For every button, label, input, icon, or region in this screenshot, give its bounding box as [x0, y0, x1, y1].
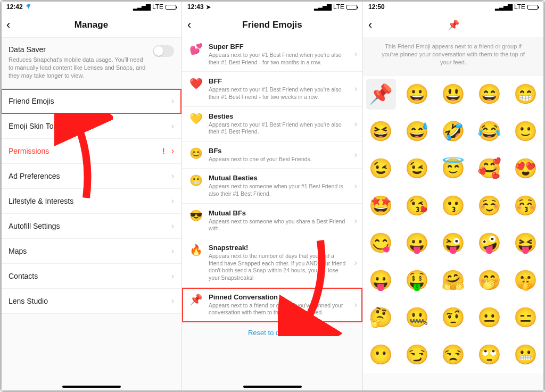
row-contacts[interactable]: Contacts ›: [1, 264, 181, 289]
emoji-option[interactable]: 😜: [435, 224, 472, 262]
fe-desc: Appears next to someone who you share a …: [209, 218, 349, 232]
data-saver-title: Data Saver: [9, 45, 174, 54]
emoji-option[interactable]: 🙄: [471, 336, 507, 373]
back-button[interactable]: ‹: [368, 19, 372, 31]
row-besties[interactable]: 💛 Besties Appears next to your #1 Best F…: [182, 107, 362, 141]
battery-icon: [527, 5, 538, 10]
emoji-option[interactable]: 🙂: [507, 113, 543, 150]
emoji-option[interactable]: 😇: [435, 150, 472, 187]
fe-title: Pinned Conversation: [209, 293, 349, 301]
emoji-option[interactable]: 🤑: [399, 262, 435, 299]
emoji-option[interactable]: 😉: [399, 150, 435, 187]
emoji-option[interactable]: 🤨: [435, 299, 472, 336]
screen-friend-emojis: 12:43 ➤ ▂▃▅▇ LTE ‹ Friend Emojis 💕 Super…: [182, 1, 363, 391]
status-time: 12:43: [187, 3, 204, 11]
emoji-option[interactable]: 😘: [399, 187, 435, 224]
nav-bar: ‹ 📌: [363, 13, 543, 37]
sunglasses-icon: 😎: [188, 210, 203, 221]
emoji-option[interactable]: 🤗: [435, 262, 472, 299]
emoji-option[interactable]: 😏: [399, 336, 435, 373]
emoji-option[interactable]: ☺️: [471, 187, 507, 224]
emoji-option[interactable]: 🤭: [471, 262, 507, 299]
emoji-option[interactable]: 😆: [363, 113, 399, 150]
emoji-option[interactable]: 🤔: [363, 299, 399, 336]
data-saver-toggle[interactable]: [153, 45, 174, 57]
reset-to-default[interactable]: Reset to default: [182, 322, 362, 343]
chevron-right-icon: ›: [171, 196, 174, 206]
chevron-right-icon: ›: [171, 171, 174, 181]
emoji-option[interactable]: 😃: [435, 76, 472, 113]
row-label: Contacts: [9, 272, 38, 280]
emoji-option[interactable]: 😄: [471, 76, 507, 113]
row-lens-studio[interactable]: Lens Studio ›: [1, 289, 181, 314]
emoji-option[interactable]: 😗: [435, 187, 472, 224]
data-saver-block: Data Saver Reduces Snapchat's mobile dat…: [1, 37, 181, 89]
emoji-option[interactable]: 🤫: [507, 262, 543, 299]
emoji-option[interactable]: 😚: [507, 187, 543, 224]
row-mutual-bfs[interactable]: 😎 Mutual BFs Appears next to someone who…: [182, 204, 362, 238]
emoji-option[interactable]: 😍: [507, 150, 543, 187]
chevron-right-icon: ›: [354, 216, 357, 226]
hearts-icon: 💕: [188, 44, 203, 54]
row-mutual-besties[interactable]: 😬 Mutual Besties Appears next to someone…: [182, 169, 362, 203]
screen-emoji-picker: 12:50 ▂▃▅▇ LTE ‹ 📌 This Friend Emoji app…: [363, 1, 544, 391]
chevron-right-icon: ›: [354, 49, 357, 59]
emoji-grid: 📌😀😃😄😁😆😅🤣😂🙂😉😉😇🥰😍🤩😘😗☺️😚😋😛😜🤪😝😛🤑🤗🤭🤫🤔🤐🤨😐😑😶😏😒🙄…: [363, 76, 543, 373]
row-permissions[interactable]: Permissions ! ›: [1, 139, 181, 164]
row-bfs[interactable]: 😊 BFs Appears next to one of your Best F…: [182, 141, 362, 169]
emoji-option[interactable]: 😝: [507, 224, 543, 262]
battery-icon: [166, 5, 176, 10]
row-label: Lens Studio: [9, 297, 48, 305]
row-emoji-skin-tone[interactable]: Emoji Skin Tone ›: [1, 114, 181, 139]
network-label: LTE: [514, 3, 525, 11]
red-heart-icon: ❤️: [188, 78, 203, 89]
fe-title: Super BFF: [209, 43, 349, 51]
emoji-option[interactable]: 🥰: [471, 150, 507, 187]
row-label: Lifestyle & Interests: [9, 197, 73, 205]
emoji-option[interactable]: 😁: [507, 76, 543, 113]
row-super-bff[interactable]: 💕 Super BFF Appears next to your #1 Best…: [182, 37, 362, 72]
back-button[interactable]: ‹: [187, 19, 191, 31]
row-ad-preferences[interactable]: Ad Preferences ›: [1, 164, 181, 189]
emoji-option[interactable]: 😶: [363, 336, 399, 373]
emoji-option[interactable]: 😒: [435, 336, 472, 373]
row-pinned-conversation[interactable]: 📌 Pinned Conversation Appears next to a …: [182, 288, 362, 322]
fire-icon: 🔥: [188, 245, 203, 255]
emoji-option[interactable]: 🤣: [435, 113, 472, 150]
row-maps[interactable]: Maps ›: [1, 239, 181, 264]
emoji-option[interactable]: 😐: [471, 299, 507, 336]
emoji-option[interactable]: 😅: [399, 113, 435, 150]
row-label: Emoji Skin Tone: [9, 122, 62, 130]
emoji-option[interactable]: 😉: [363, 150, 399, 187]
emoji-option[interactable]: 😑: [507, 299, 543, 336]
fe-desc: Appears next to your #1 Best Friend when…: [209, 86, 349, 101]
home-indicator: [243, 386, 302, 388]
page-title: Manage: [75, 20, 108, 30]
chevron-right-icon: ›: [171, 246, 174, 256]
row-autofill-settings[interactable]: Autofill Settings ›: [1, 214, 181, 239]
back-button[interactable]: ‹: [6, 19, 10, 31]
emoji-option[interactable]: 😛: [399, 224, 435, 262]
row-friend-emojis[interactable]: Friend Emojis ›: [1, 89, 181, 114]
signal-icon: ▂▃▅▇: [314, 3, 331, 11]
fe-desc: Appears next to the number of days that …: [209, 253, 349, 282]
emoji-option[interactable]: 😬: [507, 336, 543, 373]
row-lifestyle-interests[interactable]: Lifestyle & Interests ›: [1, 189, 181, 214]
chevron-right-icon: ›: [354, 181, 357, 191]
screen-manage: 12:42 ▂▃▅▇ LTE ‹ Manage Data Saver Reduc…: [1, 1, 182, 391]
emoji-option[interactable]: 🤐: [399, 299, 435, 336]
emoji-option[interactable]: 😂: [471, 113, 507, 150]
row-bff[interactable]: ❤️ BFF Appears next to your #1 Best Frie…: [182, 72, 362, 106]
emoji-option[interactable]: 📌: [366, 79, 396, 110]
battery-icon: [346, 5, 357, 10]
emoji-option[interactable]: 😋: [363, 224, 399, 262]
emoji-option[interactable]: 😛: [363, 262, 399, 299]
emoji-option[interactable]: 🤪: [471, 224, 507, 262]
emoji-option[interactable]: 🤩: [363, 187, 399, 224]
emoji-option[interactable]: 😀: [399, 76, 435, 113]
fe-title: Besties: [209, 112, 349, 120]
chevron-right-icon: ›: [171, 96, 174, 106]
network-label: LTE: [152, 3, 163, 11]
row-snapstreak[interactable]: 🔥 Snapstreak! Appears next to the number…: [182, 238, 362, 288]
chevron-right-icon: ›: [171, 296, 174, 306]
